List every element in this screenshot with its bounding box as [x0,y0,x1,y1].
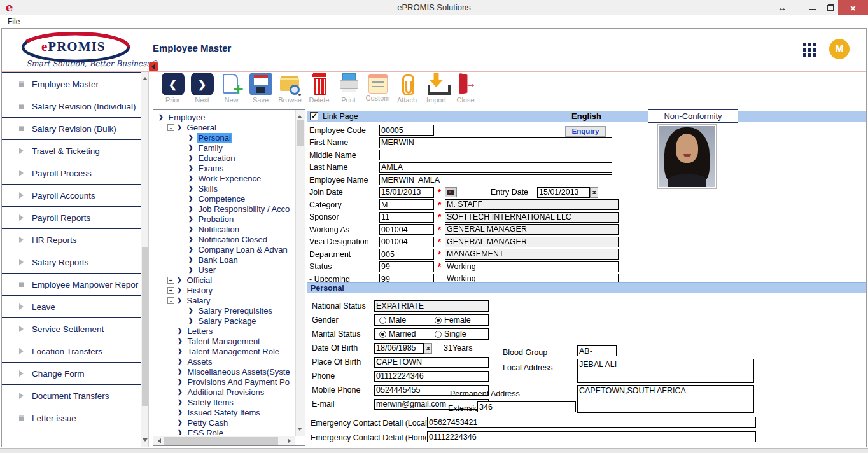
sidebar-item[interactable]: Change Form [2,363,148,385]
lookup-code-input[interactable] [379,199,434,210]
tree-node[interactable]: Job Responsibility / Acco [155,204,295,214]
scroll-up-icon[interactable] [143,74,148,80]
tree-expander-icon[interactable]: + [167,277,174,284]
spinner-icon[interactable] [424,343,432,354]
scroll-right-icon[interactable] [288,438,293,443]
tree-node-label[interactable]: Assets [186,357,214,366]
join-date-input[interactable] [379,187,434,198]
sidebar-item[interactable]: Employee Master [2,73,148,95]
sidebar-item[interactable]: Payroll Reports [2,207,148,229]
tree-node[interactable]: + History [155,285,295,295]
radio-option[interactable]: Married [379,330,430,338]
tree-node[interactable]: Education [155,153,295,163]
tree-expander-icon[interactable]: - [167,124,174,131]
emergency-local-input[interactable] [427,417,756,428]
tree-node[interactable]: Probation [155,214,295,224]
tree-node-label[interactable]: Safety Items [186,398,235,407]
radio-option[interactable]: Female [435,316,486,324]
place-of-birth-input[interactable] [374,357,489,368]
toolbar-button[interactable]: Browse [276,73,304,109]
sidebar-item[interactable]: Payroll Process [2,162,148,185]
tree-node-label[interactable]: Salary Package [197,316,258,326]
toolbar-button[interactable]: Print [334,73,363,109]
collapse-sidebar-button[interactable] [149,62,158,71]
tree-node-label[interactable]: History [186,286,214,295]
minimize-button[interactable] [803,0,822,15]
tree-node-label[interactable]: Employee [167,113,207,122]
lookup-code-input[interactable] [379,224,434,235]
scrollbar-thumb[interactable] [297,120,304,146]
menu-file[interactable]: File [5,16,22,28]
lookup-code-input[interactable] [379,237,434,247]
tree-node[interactable]: Exams [155,163,295,173]
tree-node-label[interactable]: Talent Management Role [186,347,281,356]
radio-option[interactable]: Single [435,330,486,338]
tree-node[interactable]: Notification Closed [155,234,295,244]
toolbar-button[interactable]: Next [188,73,216,109]
last-name-input[interactable] [379,162,612,173]
toolbar-button[interactable]: Custom [363,73,392,109]
toolbar-button[interactable]: Close [451,73,480,109]
tree-node[interactable]: ESS Role [155,428,295,435]
tree-node[interactable]: Competence [155,193,295,204]
tree-node-label[interactable]: Probation [197,214,235,224]
sidebar-item[interactable]: Employee Manpower Repor [2,274,148,296]
tree-node[interactable]: Provisions And Payment Po [155,377,295,387]
entry-date-input[interactable] [537,187,590,198]
tree-node-label[interactable]: Family [197,143,224,153]
radio-icon[interactable] [435,331,442,338]
lookup-code-input[interactable] [379,212,434,223]
tree-node[interactable]: Additional Provisions [155,387,295,397]
tree-node[interactable]: Skills [155,183,295,193]
tree-node-label[interactable]: Provisions And Payment Po [186,377,291,387]
radio-icon[interactable] [435,317,442,324]
tree-node-label[interactable]: Notification [197,225,241,234]
resize-icon[interactable]: ↔ [773,0,792,15]
toolbar-button[interactable]: Attach [393,73,421,109]
toolbar-button[interactable]: Delete [305,73,333,109]
tree-node[interactable]: Miscellaneous Assets(Syste [155,366,295,377]
tree-node[interactable]: Safety Items [155,397,295,407]
tree-node-label[interactable]: Exams [197,164,225,173]
local-address-input[interactable]: JEBAL ALI [577,359,754,383]
tree-node[interactable]: Personal [155,132,295,143]
sidebar-item[interactable]: Travel & Ticketing [2,140,148,162]
restore-button[interactable] [821,0,840,15]
blood-group-input[interactable] [577,345,617,356]
apps-grid-icon[interactable] [803,43,806,46]
sidebar-item[interactable]: Salary Revision (Bulk) [2,118,148,140]
tree-node[interactable]: Bank Loan [155,254,295,265]
lookup-code-input[interactable] [379,249,434,260]
tree-expander-icon[interactable]: - [167,297,174,304]
tree-node[interactable]: Company Loan & Advan [155,244,295,254]
employee-name-input[interactable] [379,174,612,185]
sidebar-item[interactable]: Salary Reports [2,251,148,274]
tree-node-label[interactable]: Issued Safety Items [186,408,262,417]
sidebar-item[interactable]: Document Transfers [2,385,148,407]
sidebar-item[interactable]: Service Settlement [2,318,148,340]
first-name-input[interactable] [379,137,612,148]
toolbar-button[interactable]: Save [246,73,275,109]
tree-node-label[interactable]: Personal [197,133,232,143]
tree-node[interactable]: Family [155,143,295,153]
employee-code-input[interactable] [379,125,434,136]
tree-vertical-scrollbar[interactable] [295,110,305,436]
tree-node[interactable]: Talent Management [155,336,295,346]
sidebar-scrollbar[interactable] [141,72,148,447]
tree-node-label[interactable]: Salary [186,296,212,305]
tree-node-label[interactable]: Notification Closed [197,235,269,244]
tree-node[interactable]: Assets [155,356,295,366]
middle-name-input[interactable] [379,150,612,160]
tree-node[interactable]: - General [155,122,295,132]
scrollbar-thumb[interactable] [142,247,148,406]
sidebar-item[interactable]: Salary Revision (Individual) [2,95,148,118]
close-button[interactable]: × [838,0,868,15]
user-avatar[interactable]: M [829,39,850,59]
tree-node[interactable]: - Salary [155,295,295,305]
tree-node-label[interactable]: Talent Management [186,337,262,346]
toolbar-button[interactable]: Prior [158,73,187,109]
sidebar-item[interactable]: Payroll Accounts [2,185,148,207]
tree-node[interactable]: Salary Package [155,316,295,326]
tree-node[interactable]: Petty Cash [155,417,295,428]
tree-node-label[interactable]: Salary Prerequisites [197,306,274,316]
